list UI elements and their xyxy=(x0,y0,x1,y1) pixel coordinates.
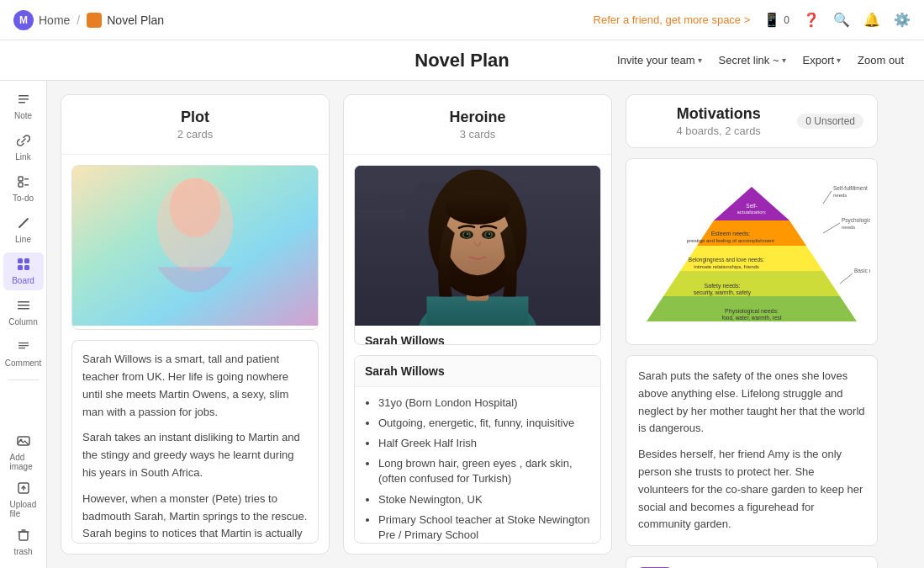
sidebar-item-comment[interactable]: Comment xyxy=(3,335,44,373)
svg-rect-14 xyxy=(18,308,29,310)
svg-text:security, warmth, safety: security, warmth, safety xyxy=(694,289,752,296)
motivations-title-block: Motivations 4 boards, 2 cards xyxy=(640,105,797,137)
sidebar-add-image-label: Add image xyxy=(10,453,37,471)
sidebar-item-column[interactable]: Column xyxy=(3,294,44,332)
sidebar-item-upload[interactable]: Upload file xyxy=(3,476,44,523)
pyramid-card[interactable]: Physiological needs: food, water, warmth… xyxy=(626,158,878,345)
svg-text:needs: needs xyxy=(842,225,855,230)
add-image-icon xyxy=(17,434,30,451)
top-nav: M Home / Novel Plan Refer a friend, get … xyxy=(0,0,924,40)
svg-rect-17 xyxy=(18,348,25,348)
sidebar-upload-label: Upload file xyxy=(10,500,37,518)
svg-text:Safety needs:: Safety needs: xyxy=(705,283,741,289)
export-button[interactable]: Export ▾ xyxy=(796,50,848,70)
motivations-cards-count: 2 cards xyxy=(725,125,761,137)
zoom-out-button[interactable]: Zoom out xyxy=(851,50,911,70)
motivation-text-card[interactable]: Sarah puts the safety of the ones she lo… xyxy=(626,355,878,546)
svg-text:needs: needs xyxy=(833,193,847,198)
settings-icon-button[interactable]: ⚙️ xyxy=(894,12,911,28)
sidebar-link-label: Link xyxy=(15,152,30,162)
plot-column-header: Plot 2 cards xyxy=(61,95,329,155)
sidebar-divider xyxy=(8,380,39,380)
help-icon-button[interactable]: ❓ xyxy=(803,12,820,28)
plot-text-card[interactable]: Sarah Willows is a smart, tall and patie… xyxy=(71,340,319,544)
heroine-detail-card[interactable]: Sarah Willows 31yo (Born London Hospital… xyxy=(354,355,601,544)
motivations-boards-count: 4 boards xyxy=(676,125,719,137)
refer-link[interactable]: Refer a friend, get more space > xyxy=(594,13,751,26)
svg-rect-21 xyxy=(19,532,28,540)
sidebar-item-add-image[interactable]: Add image xyxy=(3,429,44,476)
svg-text:Physiological needs:: Physiological needs: xyxy=(725,308,779,315)
svg-rect-30 xyxy=(524,182,600,192)
svg-rect-2 xyxy=(18,102,25,104)
invite-caret-icon: ▾ xyxy=(698,56,702,65)
svg-point-42 xyxy=(486,232,491,237)
svg-rect-8 xyxy=(18,258,23,263)
project-title: Novel Plan xyxy=(414,50,509,72)
sidebar-item-trash[interactable]: trash xyxy=(3,523,44,561)
breadcrumb-project: Novel Plan xyxy=(87,13,164,28)
plot-title: Plot xyxy=(75,109,315,126)
sidebar-item-todo[interactable]: To-do xyxy=(3,170,44,208)
secret-link-button[interactable]: Secret link ~ ▾ xyxy=(712,50,793,70)
svg-rect-11 xyxy=(24,265,29,270)
personal-fulfillment-card[interactable]: Personal Fulfillment 0 cards xyxy=(626,556,878,568)
sidebar-item-board[interactable]: Board xyxy=(3,252,44,290)
heroine-photo-name: Sarah Willows xyxy=(355,326,600,345)
breadcrumb-sep: / xyxy=(77,13,80,27)
todo-icon xyxy=(17,175,30,192)
svg-point-45 xyxy=(446,191,510,225)
heroine-column-header: Heroine 3 cards xyxy=(344,95,611,155)
mobile-icon-button[interactable]: 📱 0 xyxy=(763,12,789,28)
search-icon-button[interactable]: 🔍 xyxy=(833,12,850,28)
sidebar-item-note[interactable]: Note xyxy=(3,88,44,125)
upload-icon xyxy=(17,481,30,498)
svg-rect-3 xyxy=(18,177,23,181)
sidebar-todo-label: To-do xyxy=(13,194,34,203)
comment-icon xyxy=(17,340,30,357)
svg-line-64 xyxy=(823,223,840,233)
unsorted-badge: 0 Unsorted xyxy=(797,114,863,129)
svg-rect-15 xyxy=(18,342,29,343)
svg-text:Self-: Self- xyxy=(746,203,757,209)
heroine-detail-item: Primary School teacher at Stoke Newingto… xyxy=(378,512,590,543)
secret-link-label: Secret link ~ xyxy=(719,54,779,66)
plot-para-3: However, when a monster (Pete) tries to … xyxy=(82,491,308,544)
mobile-icon: 📱 xyxy=(763,12,780,28)
sidebar-trash-label: trash xyxy=(13,547,32,556)
heroine-count: 3 cards xyxy=(357,128,598,141)
svg-text:Basic needs: Basic needs xyxy=(854,268,870,273)
main-content: Plot 2 cards xyxy=(47,81,924,568)
bell-icon-button[interactable]: 🔔 xyxy=(863,12,880,28)
svg-text:actualization:: actualization: xyxy=(737,210,766,215)
export-label: Export xyxy=(803,54,835,66)
svg-text:Self-fulfillment: Self-fulfillment xyxy=(833,185,868,191)
svg-text:prestige and feeling of accomp: prestige and feeling of accomplishment xyxy=(687,238,774,243)
cover-artwork-label: Cover artwork xyxy=(72,326,318,330)
breadcrumb: M Home / Novel Plan xyxy=(13,10,164,30)
svg-line-61 xyxy=(823,191,832,204)
cover-artwork-card[interactable]: Cover artwork xyxy=(71,165,319,330)
settings-icon: ⚙️ xyxy=(894,12,911,28)
svg-point-44 xyxy=(488,233,490,235)
zoom-out-label: Zoom out xyxy=(858,54,904,66)
sidebar-bottom: Add image Upload file trash xyxy=(3,429,44,561)
plot-para-2: Sarah takes an instant disliking to Mart… xyxy=(82,429,308,481)
svg-point-43 xyxy=(467,233,468,235)
svg-text:Esteem needs:: Esteem needs: xyxy=(711,231,751,236)
heroine-detail-item: Long brown hair, green eyes , dark skin,… xyxy=(378,456,590,486)
secondary-nav: Novel Plan Invite your team ▾ Secret lin… xyxy=(0,40,924,81)
sidebar-item-line[interactable]: Line xyxy=(3,211,44,249)
svg-marker-47 xyxy=(663,271,840,296)
svg-rect-0 xyxy=(18,95,29,97)
export-caret-icon: ▾ xyxy=(837,56,841,65)
heroine-photo-card[interactable]: Sarah Willows xyxy=(354,165,601,345)
svg-line-67 xyxy=(840,273,853,284)
invite-team-button[interactable]: Invite your team ▾ xyxy=(610,50,709,70)
sidebar-item-link[interactable]: Link xyxy=(3,129,44,167)
cover-artwork-placeholder xyxy=(72,166,318,326)
breadcrumb-project-name: Novel Plan xyxy=(107,13,164,27)
sidebar: Note Link To-do Line Board xyxy=(0,81,47,568)
home-link[interactable]: M Home xyxy=(13,10,70,30)
plot-column-body: Cover artwork Sarah Willows is a smart, … xyxy=(61,155,329,554)
